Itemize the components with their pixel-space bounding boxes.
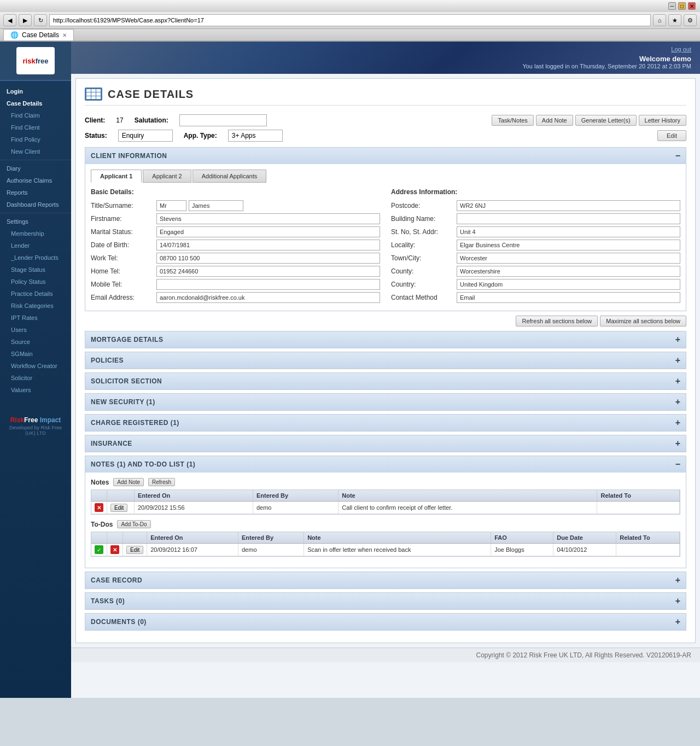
sidebar-item-new-client[interactable]: New Client — [0, 145, 71, 158]
tab-close-btn[interactable]: ✕ — [62, 32, 67, 38]
sidebar-item-workflow-creator[interactable]: Workflow Creator — [0, 360, 71, 372]
sidebar-item-case-details[interactable]: Case Details — [0, 97, 71, 109]
contact-method-input[interactable] — [457, 292, 680, 303]
sidebar-item-lender[interactable]: Lender — [0, 240, 71, 252]
postcode-input[interactable] — [457, 200, 680, 211]
refresh-all-button[interactable]: Refresh all sections below — [516, 316, 598, 327]
sidebar-item-lender-products[interactable]: _Lender Products — [0, 252, 71, 264]
close-btn[interactable]: ✕ — [688, 2, 696, 10]
marital-status-input[interactable] — [156, 226, 380, 237]
surname-input[interactable] — [189, 200, 243, 211]
browser-tab[interactable]: 🌐 Case Details ✕ — [3, 29, 74, 40]
locality-input[interactable] — [457, 240, 680, 250]
todos-edit-button[interactable]: Edit — [126, 546, 143, 554]
client-info-toggle[interactable]: − — [675, 151, 680, 161]
generate-letter-button[interactable]: Generate Letter(s) — [575, 115, 637, 126]
sidebar-item-stage-status[interactable]: Stage Status — [0, 264, 71, 276]
country-input[interactable] — [457, 279, 680, 290]
sidebar-item-find-client[interactable]: Find Client — [0, 121, 71, 133]
sidebar-item-find-policy[interactable]: Find Policy — [0, 133, 71, 145]
notes-add-note-button[interactable]: Add Note — [113, 478, 144, 486]
letter-history-button[interactable]: Letter History — [639, 115, 686, 126]
charge-registered-toggle[interactable]: + — [675, 418, 680, 428]
mortgage-details-header[interactable]: MORTGAGE DETAILS + — [85, 331, 686, 348]
sidebar-item-solicitor[interactable]: Solicitor — [0, 372, 71, 384]
documents-header[interactable]: DOCUMENTS (0) + — [85, 614, 686, 630]
tab-additional-applicants[interactable]: Additional Applicants — [192, 170, 267, 183]
tab-applicant-1[interactable]: Applicant 1 — [91, 170, 142, 183]
sidebar-item-membership[interactable]: Membership — [0, 228, 71, 240]
tab-applicant-2[interactable]: Applicant 2 — [143, 170, 191, 183]
case-record-toggle[interactable]: + — [675, 575, 680, 585]
policies-header[interactable]: POLICIES + — [85, 352, 686, 369]
mobile-tel-input[interactable] — [156, 279, 380, 290]
favorites-button[interactable]: ★ — [668, 14, 681, 26]
todos-check-button[interactable]: ✓ — [95, 545, 103, 554]
forward-button[interactable]: ▶ — [19, 14, 32, 26]
sidebar-item-dashboard-reports[interactable]: Dashboard Reports — [0, 199, 71, 211]
notes-refresh-button[interactable]: Refresh — [148, 478, 175, 486]
new-security-toggle[interactable]: + — [675, 397, 680, 407]
sidebar-item-login[interactable]: Login — [0, 85, 71, 97]
sidebar-item-find-claim[interactable]: Find Claim — [0, 109, 71, 121]
sidebar-item-ipt-rates[interactable]: IPT Rates — [0, 312, 71, 324]
sidebar-item-practice-details[interactable]: Practice Details — [0, 288, 71, 300]
address-bar[interactable] — [49, 14, 651, 26]
sidebar-item-settings[interactable]: Settings — [0, 215, 71, 228]
status-input[interactable] — [118, 130, 173, 142]
edit-button[interactable]: Edit — [657, 130, 686, 141]
sidebar-item-policy-status[interactable]: Policy Status — [0, 276, 71, 288]
insurance-toggle[interactable]: + — [675, 439, 680, 448]
sidebar-item-source[interactable]: Source — [0, 336, 71, 348]
sidebar-item-users[interactable]: Users — [0, 324, 71, 336]
email-input[interactable] — [156, 292, 380, 303]
title-input[interactable] — [156, 200, 186, 211]
solicitor-toggle[interactable]: + — [675, 376, 680, 386]
sidebar-item-reports[interactable]: Reports — [0, 186, 71, 199]
notes-edit-button[interactable]: Edit — [110, 504, 127, 512]
salutation-input[interactable] — [179, 114, 267, 126]
insurance-header[interactable]: INSURANCE + — [85, 435, 686, 452]
mortgage-details-toggle[interactable]: + — [675, 335, 680, 345]
task-notes-button[interactable]: Task/Notes — [492, 115, 533, 126]
notes-todo-toggle[interactable]: − — [675, 459, 680, 469]
sidebar-item-valuers[interactable]: Valuers — [0, 384, 71, 396]
firstname-input[interactable] — [156, 213, 380, 224]
client-info-header[interactable]: CLIENT INFORMATION − — [85, 148, 686, 164]
tasks-header[interactable]: TASKS (0) + — [85, 593, 686, 609]
maximize-btn[interactable]: □ — [678, 2, 686, 10]
logout-link[interactable]: Log out — [522, 46, 691, 53]
sidebar-item-risk-categories[interactable]: Risk Categories — [0, 300, 71, 312]
st-no-input[interactable] — [457, 226, 680, 237]
sidebar-item-sgmain[interactable]: SGMain — [0, 348, 71, 360]
sidebar-item-authorise-claims[interactable]: Authorise Claims — [0, 174, 71, 186]
back-button[interactable]: ◀ — [3, 14, 16, 26]
home-tel-input[interactable] — [156, 266, 380, 277]
documents-toggle[interactable]: + — [675, 617, 680, 627]
work-tel-input[interactable] — [156, 253, 380, 264]
settings-button[interactable]: ⚙ — [684, 14, 697, 26]
minimize-btn[interactable]: ─ — [668, 2, 676, 10]
tasks-toggle[interactable]: + — [675, 596, 680, 606]
policies-toggle[interactable]: + — [675, 355, 680, 365]
town-input[interactable] — [457, 253, 680, 264]
maximize-all-button[interactable]: Maximize all sections below — [600, 316, 686, 327]
refresh-button[interactable]: ↻ — [34, 14, 47, 26]
add-todo-button[interactable]: Add To-Do — [117, 520, 150, 528]
todos-delete-button[interactable]: ✕ — [110, 545, 119, 554]
notes-col-check — [91, 490, 107, 502]
case-record-header[interactable]: CASE RECORD + — [85, 572, 686, 588]
add-note-button[interactable]: Add Note — [536, 115, 573, 126]
charge-registered-header[interactable]: CHARGE REGISTERED (1) + — [85, 415, 686, 431]
solicitor-header[interactable]: SOLICITOR SECTION + — [85, 373, 686, 389]
new-security-header[interactable]: NEW SECURITY (1) + — [85, 394, 686, 410]
notes-delete-button[interactable]: ✕ — [95, 503, 103, 512]
home-button[interactable]: ⌂ — [653, 14, 666, 26]
app-type-input[interactable] — [228, 130, 283, 142]
dob-input[interactable] — [156, 240, 380, 250]
sidebar-item-diary[interactable]: Diary — [0, 162, 71, 174]
building-name-input[interactable] — [457, 213, 680, 224]
notes-todo-header[interactable]: NOTES (1) AND TO-DO LIST (1) − — [85, 456, 686, 473]
todos-related-to — [616, 544, 680, 556]
county-input[interactable] — [457, 266, 680, 277]
